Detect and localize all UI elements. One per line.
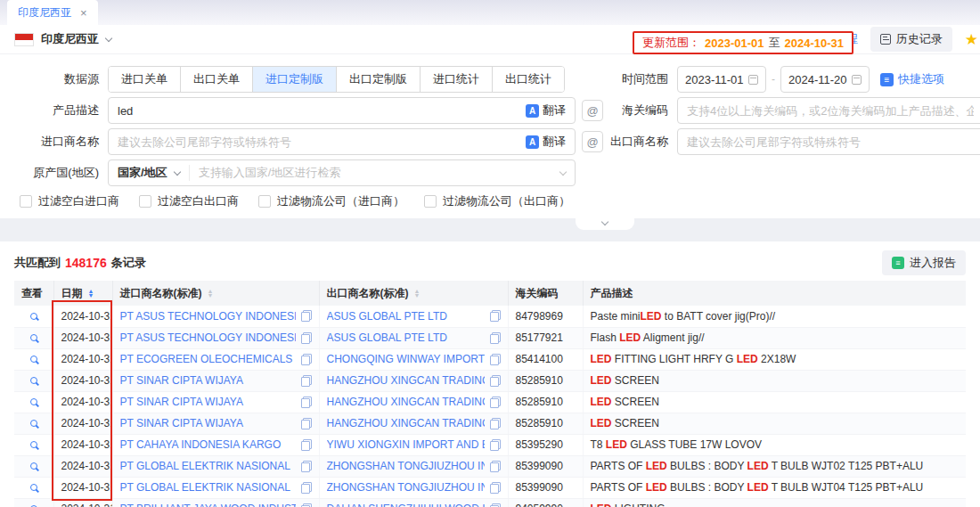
copy-icon[interactable] [301, 461, 312, 472]
filter-checkbox[interactable]: 过滤物流公司（出口商） [424, 193, 570, 209]
column-header: 查看 [14, 281, 53, 306]
importer-name-link[interactable]: PT GLOBAL ELEKTRIK NASIONAL [120, 460, 296, 472]
exporter-name-link[interactable]: YIWU XIONGXIN IMPORT AND EXPORT... [327, 438, 485, 451]
translate-button[interactable]: A 翻译 [526, 102, 566, 119]
collapse-panel-button[interactable] [576, 217, 634, 230]
copy-icon[interactable] [490, 397, 501, 408]
copy-icon[interactable] [490, 461, 501, 472]
copy-icon[interactable] [490, 439, 501, 451]
exporter-name-link[interactable]: DALIAN SHENGZHIHUI WOOD INDUST... [327, 503, 485, 507]
date-to-input[interactable]: 2024-11-20 [780, 66, 870, 93]
exporter-name-link[interactable]: HANGZHOU XINGCAN TRADING CO LTD [327, 417, 485, 429]
data-source-option[interactable]: 进口关单 [109, 67, 181, 92]
hs-code-input[interactable] [687, 104, 974, 118]
product-text: T BULB WJT04 T125 PBT+ALU [769, 481, 924, 494]
highlight-keyword: LED [591, 417, 612, 429]
importer-name-link[interactable]: PT BRILLIANT JAYA WOOD INDUSTRY [120, 503, 296, 507]
highlight-keyword: LED [591, 396, 612, 408]
copy-icon[interactable] [301, 310, 312, 322]
checkbox-icon[interactable] [139, 195, 151, 208]
date-cell: 2024-10-31 [53, 327, 112, 348]
exporter-name-link[interactable]: ZHONGSHAN TONGJIUZHOU INTERNA... [327, 460, 485, 472]
copy-icon[interactable] [301, 332, 312, 344]
column-header[interactable]: 出口商名称(标准)▲▼ [319, 281, 508, 306]
copy-icon[interactable] [490, 310, 501, 322]
filter-checkbox[interactable]: 过滤空白出口商 [139, 193, 239, 209]
exporter-name-link[interactable]: HANGZHOU XINGCAN TRADING CO LTD [327, 396, 485, 408]
view-detail-icon[interactable] [30, 420, 37, 427]
checkbox-icon[interactable] [258, 195, 271, 208]
copy-icon[interactable] [301, 482, 312, 494]
history-button[interactable]: 历史记录 [870, 27, 952, 52]
checkbox-icon[interactable] [20, 195, 32, 208]
origin-country-selector[interactable]: 国家/地区 [118, 165, 190, 181]
checkbox-icon[interactable] [424, 195, 437, 208]
view-detail-icon[interactable] [30, 377, 37, 384]
exporter-name-input[interactable] [687, 135, 974, 149]
quick-options-button[interactable]: ≡ 快捷选项 [880, 71, 944, 87]
copy-icon[interactable] [301, 397, 312, 408]
importer-name-link[interactable]: PT SINAR CIPTA WIJAYA [120, 417, 296, 429]
translate-button[interactable]: A 翻译 [526, 134, 566, 150]
view-detail-icon[interactable] [30, 334, 37, 341]
column-header[interactable]: 日期▲▼ [53, 281, 112, 306]
copy-icon[interactable] [301, 418, 312, 429]
view-detail-icon[interactable] [30, 484, 37, 491]
filter-checkbox[interactable]: 过滤物流公司（进口商） [258, 193, 404, 209]
copy-icon[interactable] [490, 482, 501, 494]
view-detail-icon[interactable] [30, 398, 37, 405]
sort-icon[interactable]: ▲▼ [414, 289, 421, 298]
importer-name-link[interactable]: PT GLOBAL ELEKTRIK NASIONAL [120, 481, 296, 494]
copy-icon[interactable] [490, 503, 501, 507]
chevron-down-icon[interactable] [105, 34, 112, 41]
copy-icon[interactable] [301, 503, 312, 507]
exporter-name-link[interactable]: HANGZHOU XINGCAN TRADING CO LTD [327, 374, 485, 387]
exporter-name-link[interactable]: ZHONGSHAN TONGJIUZHOU INTERNA... [327, 481, 485, 494]
importer-name-link[interactable]: PT SINAR CIPTA WIJAYA [120, 396, 296, 408]
data-source-option[interactable]: 进口统计 [421, 67, 493, 92]
data-source-option[interactable]: 出口定制版 [337, 67, 421, 92]
data-source-option[interactable]: 进口定制版 [253, 67, 337, 92]
date-cell: 2024-10-31 [53, 370, 112, 391]
copy-icon[interactable] [490, 418, 501, 429]
history-search-icon[interactable]: @ [582, 131, 603, 152]
view-detail-icon[interactable] [30, 313, 37, 320]
star-icon[interactable]: ★ [965, 30, 978, 49]
quick-options-icon: ≡ [880, 73, 894, 86]
importer-name-link[interactable]: PT ECOGREEN OLEOCHEMICALS [120, 353, 296, 365]
product-desc-cell: Paste miniLED to BATT cover jig(Pro)// [583, 306, 966, 327]
copy-icon[interactable] [301, 354, 312, 365]
importer-name-link[interactable]: PT CAHAYA INDONESIA KARGO [120, 438, 296, 451]
exporter-name-link[interactable]: ASUS GLOBAL PTE LTD [327, 331, 485, 344]
sort-icon[interactable]: ▲▼ [88, 289, 94, 298]
importer-name-link[interactable]: PT ASUS TECHNOLOGY INDONESIA BA... [120, 331, 296, 344]
copy-icon[interactable] [301, 375, 312, 387]
data-source-option[interactable]: 出口统计 [493, 67, 564, 92]
exporter-name-link[interactable]: CHONGQING WINWAY IMPORT AND E... [327, 353, 485, 365]
origin-country-placeholder[interactable]: 支持输入国家/地区进行检索 [199, 165, 553, 181]
history-search-icon[interactable]: @ [582, 100, 603, 121]
sort-icon[interactable]: ▲▼ [208, 289, 214, 298]
copy-icon[interactable] [490, 332, 501, 344]
copy-icon[interactable] [490, 354, 501, 365]
quick-options-label: 快捷选项 [898, 71, 944, 87]
exporter-name-link[interactable]: ASUS GLOBAL PTE LTD [327, 310, 485, 323]
copy-icon[interactable] [301, 439, 312, 451]
date-from-input[interactable]: 2023-11-01 [677, 66, 766, 93]
tab-indonesia[interactable]: 印度尼西亚 × [7, 0, 98, 25]
view-detail-icon[interactable] [30, 462, 37, 470]
enter-report-button[interactable]: ≡ 进入报告 [882, 250, 966, 275]
filter-checkbox[interactable]: 过滤空白进口商 [20, 193, 119, 209]
column-header[interactable]: 进口商名称(标准)▲▼ [112, 281, 319, 306]
product-desc-input[interactable] [118, 104, 526, 118]
importer-name-link[interactable]: PT ASUS TECHNOLOGY INDONESIA BA... [120, 310, 296, 323]
importer-wrap: PT SINAR CIPTA WIJAYA [120, 374, 312, 387]
view-detail-icon[interactable] [30, 441, 37, 448]
importer-name-link[interactable]: PT SINAR CIPTA WIJAYA [120, 374, 296, 387]
copy-icon[interactable] [490, 375, 501, 387]
highlight-keyword: LED [591, 374, 612, 387]
close-icon[interactable]: × [80, 6, 87, 20]
data-source-option[interactable]: 出口关单 [181, 67, 253, 92]
view-detail-icon[interactable] [30, 356, 37, 363]
importer-name-input[interactable] [118, 135, 526, 149]
